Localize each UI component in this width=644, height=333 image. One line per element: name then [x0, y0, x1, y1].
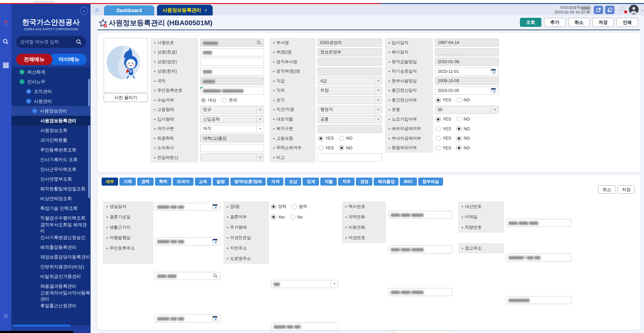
menu-item-특정기술 인력조회[interactable]: 특정기술 인력조회	[11, 203, 91, 213]
expand-icon[interactable]: +	[19, 69, 24, 75]
menu-item-사원정보조회[interactable]: 사원정보조회	[11, 126, 91, 135]
menu-search-icon[interactable]	[76, 39, 82, 45]
radio-No[interactable]	[290, 215, 295, 220]
chevron-down-icon[interactable]: ▼	[375, 87, 382, 94]
calendar-icon[interactable]	[491, 88, 496, 93]
select-전일제환산[interactable]: ▼	[200, 153, 264, 161]
radio-NO[interactable]	[339, 145, 344, 150]
radio-NO[interactable]	[457, 145, 462, 150]
menu-item-인사노무[interactable]: −인사노무	[11, 77, 91, 87]
action-button-저장[interactable]: 저장	[592, 18, 614, 27]
radio-NO[interactable]	[457, 117, 462, 122]
text-input-자택전화[interactable]: ▆▆▆-▆▆▆-▆▆▆▆	[388, 245, 452, 253]
collapse-icon[interactable]: −	[26, 99, 31, 104]
radio-Yes[interactable]	[271, 215, 276, 220]
select-고용형태[interactable]: 정규▼	[200, 106, 264, 114]
text-input-현부서발령일[interactable]: 2009-10-05	[435, 77, 499, 85]
text-input-최종학력[interactable]: 대학(교)졸업	[200, 134, 264, 142]
radio-음력[interactable]	[292, 204, 297, 209]
date-input-생일일자[interactable]: ▆▆▆▆-▆▆-▆▆	[155, 203, 220, 211]
menu-search-input[interactable]: 검색할 메뉴명 입력	[16, 36, 86, 48]
text-input-부(팀)명[interactable]: 정보운영부	[318, 48, 382, 56]
select-직위[interactable]: 차장▼	[318, 87, 382, 95]
radio-대상[interactable]	[201, 98, 206, 103]
text-input-비고[interactable]	[318, 153, 382, 161]
text-input-성명(한글)[interactable]: ▆▆▆	[200, 48, 264, 56]
chevron-down-icon[interactable]: ▼	[257, 125, 264, 133]
text-input-사원번호[interactable]: ▆▆▆▆▆	[200, 39, 264, 47]
field-search-icon[interactable]	[257, 40, 261, 45]
text-input-퇴사일자[interactable]: ____-__-__	[435, 48, 499, 56]
rail-search-icon[interactable]	[0, 36, 11, 47]
menu-item-겸직부서조회및 해제관리[interactable]: 겸직부서조회및 해제관리	[11, 223, 91, 233]
chevron-down-icon[interactable]: ▼	[257, 115, 264, 123]
menu-item-퇴직현황및예정일조회[interactable]: 퇴직현황및예정일조회	[11, 184, 91, 194]
chevron-down-icon[interactable]: ▼	[331, 280, 338, 288]
radio-YES[interactable]	[436, 98, 441, 103]
hamburger-menu-icon[interactable]	[93, 6, 101, 14]
text-input-소속회사[interactable]	[200, 144, 264, 152]
radio-양력[interactable]	[271, 204, 276, 209]
date-input-중간정산일자[interactable]: 2023-02-05	[435, 87, 499, 95]
favorite-star-icon[interactable]	[99, 19, 107, 28]
menu-item-인사기록카드 조회[interactable]: 인사기록카드 조회	[11, 155, 91, 164]
chevron-down-icon[interactable]: ▼	[257, 106, 264, 113]
radio-YES[interactable]	[436, 117, 441, 122]
select-직군/직종[interactable]: 행정직▼	[318, 106, 382, 114]
text-input-내선번호[interactable]: ▆▆▆-▆▆▆-▆▆▆	[506, 219, 572, 227]
tab-Dashboard[interactable]: Dashboard	[104, 5, 154, 15]
chevron-down-icon[interactable]: ▼	[491, 106, 498, 113]
text-input-현직급발령일[interactable]: 2010-01-06	[435, 58, 499, 66]
select-보직[interactable]: ▼	[318, 96, 382, 104]
menu-item-비상연락망조회[interactable]: 비상연락망조회	[11, 194, 91, 203]
user-avatar[interactable]	[629, 5, 639, 14]
action-button-취소[interactable]: 취소	[568, 18, 590, 27]
menu-item-사원관리[interactable]: −사원관리	[11, 96, 91, 106]
text-input-퇴직구분[interactable]	[318, 125, 382, 133]
menu-item-해외출장등록관리[interactable]: 해외출장등록관리	[11, 242, 91, 252]
text-input-여권만료일[interactable]: ▆▆▆▆-▆▆-▆▆	[271, 323, 338, 331]
radio-YES[interactable]	[436, 145, 441, 150]
menu-item-민방위자원관리(비상)[interactable]: 민방위자원관리(비상)	[11, 262, 91, 272]
select-주거형태[interactable]: ▆▆▼	[271, 280, 338, 288]
menu-item-비밀취급인가증관리[interactable]: 비밀취급인가증관리	[11, 272, 91, 281]
text-input-국적[interactable]: ▆▆▆▆	[200, 77, 264, 85]
text-input-겸직부서명[interactable]	[318, 58, 382, 66]
radio-면제[interactable]	[222, 98, 227, 103]
date-input-여행발행일[interactable]: ▆▆▆▆-▆▆-▆▆	[155, 315, 220, 323]
tab-close-icon[interactable]: ×	[205, 8, 207, 13]
text-input-여권번호[interactable]: ▆▆	[388, 331, 452, 333]
calendar-icon[interactable]	[212, 316, 218, 321]
expand-icon[interactable]: +	[26, 89, 31, 94]
chevron-down-icon[interactable]: ▼	[375, 77, 382, 85]
text-input-생활근거지[interactable]: ▆▆▆ ▆▆▆	[155, 272, 220, 280]
menu-item-인사연명부조회[interactable]: 인사연명부조회	[11, 174, 91, 184]
menu-item-조직관리[interactable]: +조직관리	[11, 87, 91, 96]
select-호봉[interactable]: 35▼	[435, 106, 499, 114]
chevron-down-icon[interactable]: ▼	[257, 154, 264, 161]
select-입사형태[interactable]: 신입공채▼	[200, 115, 264, 123]
radio-YES[interactable]	[318, 145, 323, 150]
radio-YES[interactable]	[436, 126, 441, 131]
field-search-icon[interactable]	[213, 274, 218, 278]
select-직급[interactable]: 4급▼	[318, 77, 382, 85]
open-layers-button[interactable]	[605, 6, 614, 14]
radio-NO[interactable]	[457, 126, 462, 131]
text-input-겸직부(팀)명[interactable]	[318, 67, 382, 76]
select-재직구분[interactable]: 재직▼	[200, 125, 264, 133]
photo-upload-button[interactable]: 사진 올리기	[104, 93, 148, 102]
calendar-icon[interactable]	[212, 239, 218, 244]
text-input-이메일[interactable]: ▆▆▆▆▆@▆▆.▆▆	[506, 253, 572, 261]
radio-NO[interactable]	[457, 98, 462, 103]
text-input-차량번호[interactable]: ▆▆▆▆▆▆▆	[506, 296, 572, 304]
date-input-결혼기념일[interactable]: ▆▆▆▆-▆▆-▆▆	[155, 237, 220, 245]
menu-item-과거인력현황[interactable]: 과거인력현황	[11, 135, 91, 145]
rail-grid-icon[interactable]	[0, 59, 11, 71]
menu-item-사원정보등록관리[interactable]: 사원정보등록관리	[11, 116, 91, 126]
menu-item-재정보증담당자등록관리[interactable]: 재정보증담당자등록관리	[11, 252, 91, 262]
action-button-추가[interactable]: 추가	[544, 18, 566, 27]
chevron-down-icon[interactable]: ▼	[375, 96, 382, 104]
menu-horizontal-scrollbar[interactable]	[13, 325, 70, 327]
chevron-down-icon[interactable]: ▼	[375, 106, 382, 113]
action-button-인쇄[interactable]: 인쇄	[616, 18, 638, 27]
